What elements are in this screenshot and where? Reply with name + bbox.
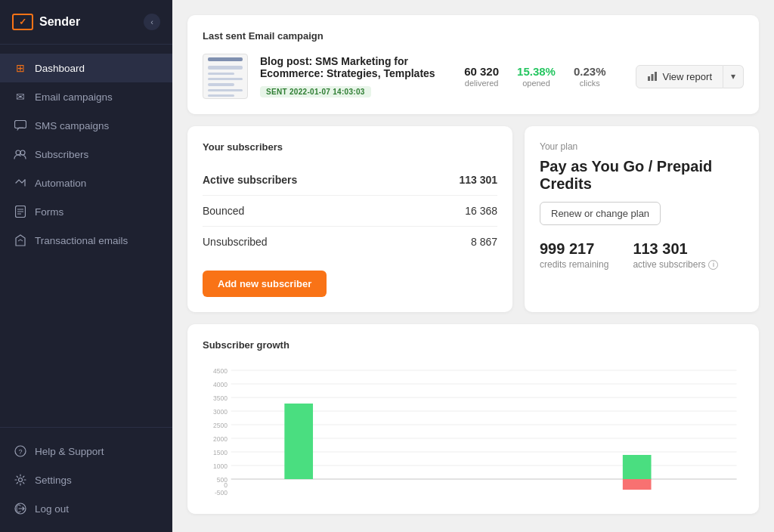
view-report-label: View report: [662, 71, 712, 82]
sidebar-item-label: Log out: [35, 503, 69, 515]
chart-area: 4500 4000 3500 3000 2500 2000 1500 1000 …: [203, 363, 744, 499]
clicks-value: 0.23%: [574, 65, 606, 78]
subscriber-growth-card: Subscriber growth 4500 4000 3500 3000: [187, 324, 759, 514]
active-subs-label: active subscribers i: [633, 259, 718, 270]
add-subscriber-button[interactable]: Add new subscriber: [203, 271, 327, 297]
sidebar-item-sms-campaigns[interactable]: SMS campaigns: [0, 111, 172, 140]
chart-icon: [647, 72, 658, 81]
delivered-value: 60 320: [464, 65, 499, 78]
renew-plan-button[interactable]: Renew or change plan: [540, 202, 661, 225]
report-dropdown-button[interactable]: ▾: [723, 65, 744, 88]
svg-text:4000: 4000: [213, 381, 228, 388]
growth-bar-2-positive: [623, 455, 652, 479]
sms-icon: [14, 119, 27, 132]
sidebar-item-transactional[interactable]: Transactional emails: [0, 226, 172, 255]
sidebar-item-email-campaigns[interactable]: ✉ Email campaigns: [0, 82, 172, 111]
sidebar-item-automation[interactable]: Automation: [0, 169, 172, 197]
settings-icon: [14, 473, 27, 487]
svg-point-2: [20, 150, 25, 155]
svg-text:1500: 1500: [213, 449, 228, 456]
growth-chart-title: Subscriber growth: [203, 339, 744, 351]
plan-name: Pay as You Go / Prepaid Credits: [540, 158, 744, 193]
svg-text:1000: 1000: [213, 462, 228, 470]
plan-card: Your plan Pay as You Go / Prepaid Credit…: [525, 126, 759, 312]
stat-opened: 15.38% opened: [517, 65, 556, 88]
thumb-line: [208, 73, 234, 75]
view-report-button[interactable]: View report: [636, 65, 723, 88]
brand-name: Sender: [39, 15, 80, 29]
sidebar-item-subscribers[interactable]: Subscribers: [0, 140, 172, 169]
middle-row: Your subscribers Active subscribers 113 …: [187, 126, 759, 312]
sidebar-item-label: SMS campaigns: [35, 120, 109, 131]
campaign-info: Blog post: SMS Marketing for Ecommerce: …: [260, 55, 452, 97]
sidebar-item-dashboard[interactable]: ⊞ Dashboard: [0, 54, 172, 82]
sidebar-logo: Sender: [12, 14, 80, 30]
campaign-stats: 60 320 delivered 15.38% opened 0.23% cli…: [464, 65, 744, 88]
svg-text:4500: 4500: [213, 367, 228, 375]
sidebar-collapse-button[interactable]: ‹: [144, 14, 160, 30]
thumb-line: [208, 78, 243, 80]
active-subscribers-label: Active subscribers: [203, 174, 297, 186]
svg-text:3000: 3000: [213, 408, 228, 416]
unsubscribed-row: Unsubscribed 8 867: [203, 227, 497, 257]
sidebar-footer: ? Help & Support Settings L: [0, 427, 172, 532]
stat-clicks: 0.23% clicks: [574, 65, 606, 88]
svg-text:3500: 3500: [213, 394, 228, 402]
thumb-line: [208, 89, 243, 91]
svg-rect-11: [648, 76, 650, 81]
svg-rect-13: [655, 72, 657, 81]
unsubscribed-value: 8 867: [471, 236, 497, 248]
delivered-label: delivered: [464, 79, 499, 88]
plan-stats: 999 217 credits remaining 113 301 active…: [540, 240, 744, 270]
campaign-title: Blog post: SMS Marketing for Ecommerce: …: [260, 55, 452, 79]
subscribers-table: Active subscribers 113 301 Bounced 16 36…: [203, 165, 497, 257]
active-subscribers-row: Active subscribers 113 301: [203, 165, 497, 196]
thumb-line: [208, 94, 234, 97]
stat-delivered: 60 320 delivered: [464, 65, 499, 88]
opened-label: opened: [517, 79, 556, 88]
sidebar-item-label: Subscribers: [35, 149, 88, 160]
info-icon[interactable]: i: [708, 260, 718, 270]
bounced-value: 16 368: [465, 205, 497, 217]
last-campaign-title: Last sent Email campaign: [203, 30, 744, 42]
sidebar-item-settings[interactable]: Settings: [0, 466, 172, 494]
sidebar-header: Sender ‹: [0, 0, 172, 45]
forms-icon: [14, 205, 27, 218]
clicks-label: clicks: [574, 79, 606, 88]
svg-text:2500: 2500: [213, 422, 228, 429]
sidebar: Sender ‹ ⊞ Dashboard ✉ Email campaigns S…: [0, 0, 172, 532]
thumb-line: [208, 66, 243, 70]
growth-chart-svg: 4500 4000 3500 3000 2500 2000 1500 1000 …: [203, 363, 744, 499]
svg-rect-0: [15, 121, 26, 128]
sidebar-item-help[interactable]: ? Help & Support: [0, 437, 172, 466]
svg-point-1: [16, 150, 20, 155]
sidebar-item-label: Transactional emails: [35, 235, 128, 246]
campaign-row: Blog post: SMS Marketing for Ecommerce: …: [203, 54, 744, 99]
sidebar-nav: ⊞ Dashboard ✉ Email campaigns SMS campai…: [0, 45, 172, 427]
last-campaign-card: Last sent Email campaign Blog post: SMS …: [187, 15, 759, 114]
automation-icon: [14, 176, 27, 190]
svg-text:0: 0: [224, 481, 228, 489]
bounced-row: Bounced 16 368: [203, 196, 497, 227]
sidebar-item-label: Help & Support: [35, 446, 104, 457]
growth-bar-1: [284, 404, 313, 479]
sidebar-item-label: Settings: [35, 475, 72, 486]
dashboard-icon: ⊞: [14, 61, 27, 75]
logo-icon: [12, 14, 33, 30]
plan-label: Your plan: [540, 141, 744, 152]
svg-text:-500: -500: [215, 489, 228, 496]
opened-value: 15.38%: [517, 65, 556, 78]
svg-rect-12: [652, 74, 654, 81]
sidebar-item-logout[interactable]: Log out: [0, 494, 172, 523]
thumb-line: [208, 57, 243, 61]
logout-icon: [14, 502, 27, 515]
bounced-label: Bounced: [203, 205, 244, 217]
email-icon: ✉: [14, 90, 27, 104]
sidebar-item-label: Dashboard: [35, 63, 85, 74]
sidebar-item-forms[interactable]: Forms: [0, 197, 172, 226]
subscribers-icon: [14, 147, 27, 161]
active-subs-value: 113 301: [633, 240, 718, 258]
transactional-icon: [14, 234, 27, 247]
campaign-badge: SENT 2022-01-07 14:03:03: [260, 86, 371, 97]
sidebar-item-label: Automation: [35, 178, 86, 189]
